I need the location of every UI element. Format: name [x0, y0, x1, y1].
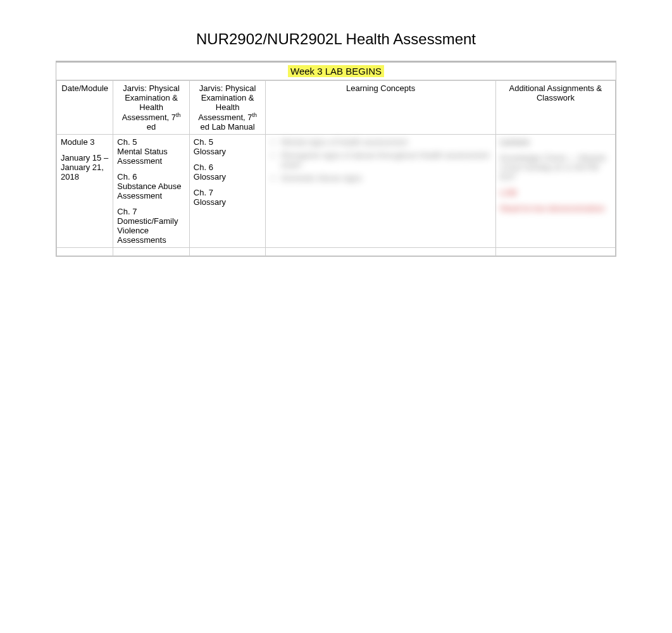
learning-item: Recognize signs of abuse throughout Heal…	[281, 151, 492, 169]
cell-assignments: Lecture Knowledge Check — Module 3 Due S…	[495, 135, 615, 248]
learning-item: Mental signs of health assessment	[281, 137, 492, 147]
textbook-ch6-a: Ch. 6	[117, 172, 185, 181]
lab-ch6-a: Ch. 6	[194, 163, 262, 172]
header-assignments: Additional Assignments & Classwork	[495, 81, 615, 135]
lab-ch7-b: Glossary	[194, 197, 262, 207]
assign-lab-item: Head-to-toe demonstration	[500, 204, 611, 213]
assign-lab-header: LAB	[500, 188, 611, 197]
textbook-ch5-b: Mental Status Assessment	[117, 147, 185, 166]
header-date: Date/Module	[57, 81, 113, 135]
header-lab-manual: Jarvis: Physical Examination & Health As…	[189, 81, 266, 135]
empty-cell	[495, 248, 615, 256]
cell-learning: Mental signs of health assessment Recogn…	[266, 135, 496, 248]
header-lab-prefix: Jarvis: Physical Examination & Health As…	[198, 83, 256, 122]
empty-cell	[189, 248, 266, 256]
assign-lecture-header: Lecture	[500, 137, 611, 147]
header-textbook-sup: th	[176, 112, 181, 118]
header-lab-suffix: ed Lab Manual	[201, 122, 255, 132]
header-textbook-prefix: Jarvis: Physical Examination & Health As…	[122, 83, 180, 122]
table-row: Module 3 January 15 – January 21, 2018 C…	[57, 135, 616, 248]
table-row	[57, 248, 616, 256]
schedule-table-container: Week 3 LAB BEGINS Date/Module Jarvis: Ph…	[56, 61, 616, 257]
week-banner-row: Week 3 LAB BEGINS	[56, 63, 616, 80]
week-banner: Week 3 LAB BEGINS	[288, 65, 384, 77]
assign-knowledge-check: Knowledge Check — Module 3 Due Sunday at…	[500, 153, 611, 181]
lab-ch6-b: Glossary	[194, 172, 262, 181]
lab-ch5-a: Ch. 5	[194, 137, 262, 147]
header-learning: Learning Concepts	[266, 81, 496, 135]
cell-date: Module 3 January 15 – January 21, 2018	[57, 135, 113, 248]
header-row: Date/Module Jarvis: Physical Examination…	[57, 81, 616, 135]
textbook-ch7-b: Domestic/Family Violence Assessments	[117, 216, 185, 245]
header-lab-sup: th	[252, 112, 257, 118]
learning-item: Domestic Abuse signs	[281, 173, 492, 183]
learning-list: Mental signs of health assessment Recogn…	[281, 137, 492, 183]
textbook-ch7-a: Ch. 7	[117, 207, 185, 216]
empty-cell	[266, 248, 496, 256]
textbook-ch5-a: Ch. 5	[117, 137, 185, 147]
empty-cell	[57, 248, 113, 256]
header-textbook: Jarvis: Physical Examination & Health As…	[113, 81, 190, 135]
date-range: January 15 – January 21, 2018	[61, 153, 109, 181]
lab-ch5-b: Glossary	[194, 147, 262, 156]
cell-textbook: Ch. 5 Mental Status Assessment Ch. 6 Sub…	[113, 135, 190, 248]
textbook-ch6-b: Substance Abuse Assessment	[117, 181, 185, 200]
cell-lab-manual: Ch. 5 Glossary Ch. 6 Glossary Ch. 7 Glos…	[189, 135, 266, 248]
schedule-table: Date/Module Jarvis: Physical Examination…	[56, 80, 616, 256]
header-textbook-suffix: ed	[147, 122, 156, 132]
module-label: Module 3	[61, 137, 109, 147]
empty-cell	[113, 248, 190, 256]
lab-ch7-a: Ch. 7	[194, 188, 262, 197]
page-title: NUR2902/NUR2902L Health Assessment	[0, 30, 672, 48]
